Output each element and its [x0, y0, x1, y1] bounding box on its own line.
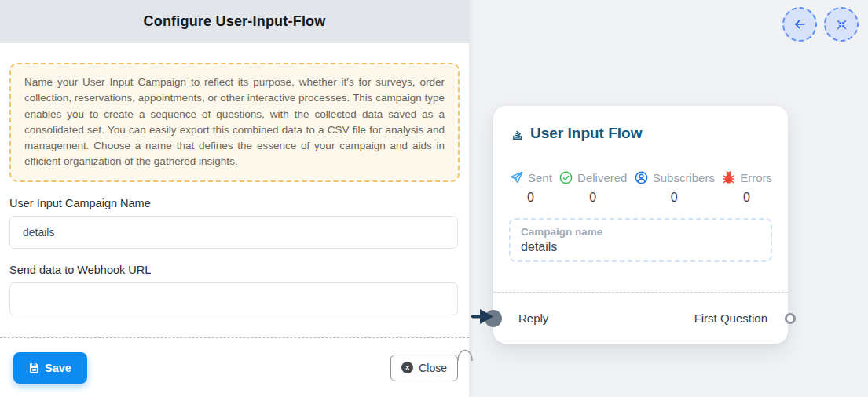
close-icon: x — [401, 362, 413, 373]
compress-icon — [835, 18, 848, 31]
node-stats: Sent 0 Delivered 0 — [493, 170, 788, 205]
stat-subscribers: Subscribers 0 — [634, 170, 715, 205]
save-button-label: Save — [45, 362, 71, 374]
stat-subscribers-label: Subscribers — [653, 171, 715, 184]
close-button-label: Close — [419, 362, 447, 374]
canvas-controls — [782, 7, 859, 42]
delivered-check-icon — [559, 170, 573, 185]
stat-errors-value: 0 — [743, 191, 750, 205]
stack-icon — [511, 127, 524, 140]
fit-view-button[interactable] — [824, 7, 859, 42]
campaign-name-input[interactable] — [9, 216, 458, 249]
node-title: User Input Flow — [530, 125, 643, 142]
stat-sent: Sent 0 — [509, 170, 552, 205]
campaign-name-display-value: details — [521, 240, 760, 254]
subscribers-icon — [634, 170, 649, 185]
flow-edge-curve — [456, 340, 474, 365]
stat-delivered: Delivered 0 — [559, 170, 627, 205]
dialog-footer: Save x Close — [0, 337, 469, 397]
dialog-title: Configure User-Input-Flow — [144, 13, 326, 30]
flow-canvas[interactable]: User Input Flow Sent 0 — [469, 0, 868, 397]
webhook-url-label: Send data to Webhook URL — [9, 264, 460, 276]
reply-handle-label: Reply — [518, 311, 548, 325]
dialog-body: Name your User Input Campaign to reflect… — [0, 43, 469, 315]
stat-errors-label: Errors — [740, 171, 772, 184]
back-button[interactable] — [782, 7, 817, 42]
user-input-flow-node[interactable]: User Input Flow Sent 0 — [493, 106, 788, 344]
stat-subscribers-value: 0 — [671, 191, 678, 205]
campaign-name-display-label: Campaign name — [521, 226, 760, 238]
arrow-left-icon — [792, 16, 808, 32]
stat-delivered-label: Delivered — [577, 171, 627, 184]
stat-sent-label: Sent — [528, 171, 552, 184]
node-title-row: User Input Flow — [493, 106, 788, 142]
first-question-target-handle[interactable] — [785, 313, 796, 324]
stat-errors: Errors 0 — [721, 170, 772, 205]
close-button[interactable]: x Close — [390, 355, 458, 381]
stat-sent-value: 0 — [527, 191, 534, 205]
webhook-url-input[interactable] — [9, 282, 458, 315]
mouse-cursor-icon — [471, 308, 495, 328]
campaign-name-display[interactable]: Campaign name details — [509, 218, 772, 262]
stat-delivered-value: 0 — [589, 191, 596, 205]
sent-icon — [509, 170, 524, 185]
first-question-handle-label: First Question — [694, 311, 767, 325]
configure-dialog: Configure User-Input-Flow Name your User… — [0, 0, 469, 397]
save-icon — [29, 362, 39, 373]
campaign-name-label: User Input Campaign Name — [9, 197, 460, 209]
dialog-header: Configure User-Input-Flow — [0, 0, 469, 43]
save-button[interactable]: Save — [13, 352, 87, 384]
errors-bug-icon — [721, 170, 736, 185]
node-footer: Reply First Question — [493, 292, 788, 344]
campaign-description-notice: Name your User Input Campaign to reflect… — [9, 63, 460, 182]
